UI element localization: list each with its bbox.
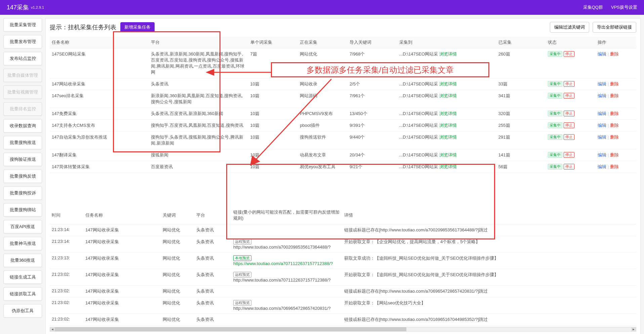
table-row: 147支持各大CMS发布搜狗知乎,百度资讯,凤凰新闻,百度知道,搜狗资讯10篇p… <box>50 120 636 132</box>
scroll-left-icon[interactable]: ◄ <box>50 327 55 331</box>
stop-button[interactable]: 停止 <box>564 111 574 116</box>
log-detail: 链接或标题已存在[http://www.toutiao.com/a7002098… <box>342 224 636 236</box>
status-badge: 采集中 <box>548 122 562 128</box>
sidebar-item-7[interactable]: 批量搜狗推送 <box>3 136 42 149</box>
table-row: 147翻译采集搜狐新闻10篇动易发布文章20/34个...D:\147SEO网站… <box>50 149 636 161</box>
log-platform: 头条资讯 <box>194 297 231 314</box>
delete-button[interactable]: 删除 <box>610 123 619 128</box>
task-collecting: 网站收录 <box>298 78 348 90</box>
horizontal-scrollbar[interactable]: ◄ ► <box>50 327 636 332</box>
sidebar-item-13[interactable]: 批量神马推送 <box>3 237 42 250</box>
task-header-0: 任务名称 <box>50 37 149 48</box>
sidebar-item-12[interactable]: 百度API推送 <box>3 220 42 233</box>
detail-link[interactable]: 浏览详情 <box>439 51 457 57</box>
task-ops: 编辑|删除 <box>596 90 636 108</box>
link-qq-group[interactable]: 采集QQ群 <box>583 4 603 10</box>
edit-button[interactable]: 编辑 <box>598 135 606 140</box>
edit-button[interactable]: 编辑 <box>598 164 606 169</box>
edit-button[interactable]: 编辑 <box>598 93 606 98</box>
task-ops: 编辑|删除 <box>596 132 636 149</box>
table-row: 147自动采集为原创发布推送搜狗知乎,头条资讯,搜狐新闻,搜狗公众号,腾讯新闻,… <box>50 132 636 149</box>
stop-button[interactable]: 停止 <box>564 93 574 99</box>
link-vps-dial[interactable]: VPS拨号设置 <box>611 4 637 10</box>
stop-button[interactable]: 停止 <box>564 81 574 87</box>
task-collecting: PHPCMSV9发布 <box>298 108 348 120</box>
table-row: 147SEO网站采集头条资讯,新浪新闻,360新闻,凤凰新闻,搜狗知乎,百度资讯… <box>50 48 636 78</box>
task-platform: 搜狗知乎,百度资讯,凤凰新闻,百度知道,搜狗资讯 <box>149 120 248 132</box>
stop-button[interactable]: 停止 <box>564 51 574 57</box>
stop-button[interactable]: 停止 <box>564 152 574 158</box>
task-imported: 9/440个 <box>348 132 397 149</box>
local-badge[interactable]: 本地预览 <box>233 255 251 261</box>
stop-button[interactable]: 停止 <box>564 122 574 128</box>
edit-button[interactable]: 编辑 <box>598 51 606 57</box>
export-errors-button[interactable]: 导出全部错误链接 <box>593 22 636 33</box>
scroll-right-icon[interactable]: ► <box>631 327 636 331</box>
sidebar-item-1[interactable]: 批量发布管理 <box>3 35 42 48</box>
task-platform: 头条资讯 <box>149 78 248 90</box>
sidebar-item-14[interactable]: 批量360推送 <box>3 254 42 267</box>
log-link: 远程预览http://www.toutiao.com/a707112263715… <box>231 269 342 286</box>
detail-link[interactable]: 浏览详情 <box>439 152 457 157</box>
task-header-5: 采集到 <box>397 37 496 48</box>
log-task: 147网站收录采集 <box>83 253 161 269</box>
edit-button[interactable]: 编辑 <box>598 123 606 128</box>
sidebar-item-16[interactable]: 链接抓取工具 <box>3 287 42 301</box>
delete-button[interactable]: 删除 <box>610 135 619 140</box>
app-title: 147采集 <box>7 3 29 11</box>
sidebar-item-17[interactable]: 伪原创工具 <box>3 304 42 318</box>
remote-badge[interactable]: 远程预览 <box>233 272 251 277</box>
scroll-thumb[interactable] <box>55 327 406 331</box>
table-row: 147seo排名采集新浪新闻,360新闻,凤凰新闻,百度知道,搜狗资讯,搜狗公众… <box>50 90 636 108</box>
task-imported: 20/34个 <box>348 149 397 161</box>
edit-button[interactable]: 编辑 <box>598 81 606 86</box>
status-badge: 采集中 <box>548 111 562 116</box>
delete-button[interactable]: 删除 <box>610 152 619 157</box>
task-collecting: 搜狗推送软件 <box>298 132 348 149</box>
log-row: 21:23:02:147网站收录采集网站优化头条资讯链接或标题已存在[http:… <box>50 286 636 297</box>
sidebar-item-11[interactable]: 批量搜狗绑站 <box>3 203 42 217</box>
task-platform: 搜狐新闻 <box>149 149 248 161</box>
detail-link[interactable]: 浏览详情 <box>439 93 457 98</box>
delete-button[interactable]: 删除 <box>610 164 619 169</box>
delete-button[interactable]: 删除 <box>610 51 619 57</box>
detail-link[interactable]: 浏览详情 <box>439 81 457 86</box>
task-dest: ...D:\147SEO网站采 浏览详情 <box>397 120 496 132</box>
delete-button[interactable]: 删除 <box>610 93 619 98</box>
delete-button[interactable]: 删除 <box>610 81 619 86</box>
detail-link[interactable]: 浏览详情 <box>439 111 457 116</box>
task-name: 147网站收录采集 <box>50 78 149 90</box>
log-table: 时间任务名称关键词平台链接(量小的网站可能没有匹配，如需要可群内反馈增加规则)详… <box>50 207 636 326</box>
sidebar-item-0[interactable]: 批量采集管理 <box>3 18 42 32</box>
log-url: http://www.toutiao.com/a7002098535617364… <box>233 245 331 250</box>
detail-link[interactable]: 浏览详情 <box>439 164 457 169</box>
new-task-button[interactable]: 新增采集任务 <box>120 22 155 32</box>
edit-button[interactable]: 编辑 <box>598 152 606 157</box>
task-ops: 编辑|删除 <box>596 48 636 78</box>
task-platform: 百度最资讯 <box>149 161 248 173</box>
edit-button[interactable]: 编辑 <box>598 111 606 116</box>
task-collected: 255篇 <box>496 120 546 132</box>
log-header-3: 平台 <box>194 207 231 224</box>
remote-badge[interactable]: 远程预览 <box>233 300 251 306</box>
task-dest: ...D:\147SEO网站采 浏览详情 <box>397 108 496 120</box>
detail-link[interactable]: 浏览详情 <box>439 135 457 140</box>
delete-button[interactable]: 删除 <box>610 111 619 116</box>
sidebar-item-10[interactable]: 批量搜狗投诉 <box>3 186 42 200</box>
task-collecting: 易优eyou发布工具 <box>298 161 348 173</box>
log-platform: 头条资讯 <box>194 286 231 297</box>
edit-filter-button[interactable]: 编辑过滤关键词 <box>550 22 589 33</box>
sidebar-item-15[interactable]: 链接生成工具 <box>3 270 42 284</box>
log-keyword: 网站优化 <box>161 236 194 253</box>
sidebar-item-6[interactable]: 收录数据查询 <box>3 119 42 133</box>
sidebar-item-2[interactable]: 发布站点监控 <box>3 52 42 65</box>
remote-badge[interactable]: 远程预览 <box>233 239 251 245</box>
stop-button[interactable]: 停止 <box>564 164 574 170</box>
task-header-2: 单个词采集 <box>248 37 298 48</box>
stop-button[interactable]: 停止 <box>564 134 574 140</box>
sidebar-item-8[interactable]: 搜狗验证推送 <box>3 153 42 166</box>
detail-link[interactable]: 浏览详情 <box>439 123 457 128</box>
sidebar-item-9[interactable]: 批量搜狗反馈 <box>3 170 42 183</box>
task-platform: 头条资讯,百度资讯,新浪新闻,360新闻 <box>149 108 248 120</box>
task-ops: 编辑|删除 <box>596 149 636 161</box>
